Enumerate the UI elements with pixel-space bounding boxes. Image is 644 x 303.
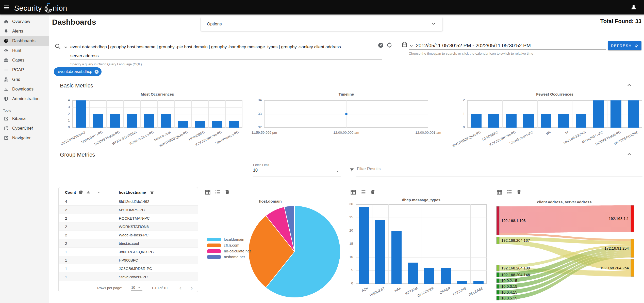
- timerange-input[interactable]: 2012/05/11 05:30:52 PM - 2022/05/11 05:3…: [416, 43, 531, 49]
- list-view-icon[interactable]: [360, 189, 366, 195]
- sankey-node-10.0.4.15[interactable]: [497, 290, 499, 294]
- sort-desc-icon[interactable]: [97, 190, 101, 194]
- hostname-column-header[interactable]: host.hostname: [119, 190, 146, 194]
- bar-StevePowers-PC[interactable]: [523, 114, 534, 128]
- sankey-node-192.168.204.139[interactable]: [497, 265, 499, 271]
- legend-item-mshome.net[interactable]: mshome.net: [207, 254, 251, 260]
- table-row[interactable]: 2ROCKETMAN-PC: [59, 214, 198, 222]
- sidebar-item-alerts[interactable]: Alerts: [0, 26, 49, 36]
- count-column-header[interactable]: Count: [65, 190, 76, 194]
- bar-ACK[interactable]: [359, 207, 369, 284]
- search-input[interactable]: event.dataset:dhcp | groupby host.hostna…: [70, 42, 370, 60]
- bar-INFORM[interactable]: [408, 263, 418, 284]
- sankey-node-192.168.1.103[interactable]: [497, 206, 499, 235]
- table-row[interactable]: 2btest.is.cool: [59, 239, 198, 248]
- hunt-query-icon[interactable]: [386, 42, 392, 48]
- sankey-node-192.168.204.137[interactable]: [497, 237, 499, 244]
- data-point[interactable]: [345, 113, 348, 115]
- bar-MYHUMPS-PC[interactable]: [593, 100, 604, 128]
- table-row[interactable]: 138NTRGDFQKR-PC: [59, 248, 198, 256]
- trash-icon[interactable]: [370, 189, 376, 195]
- bar-HP900BFC[interactable]: [488, 114, 499, 128]
- bar-DECLINE[interactable]: [457, 281, 467, 284]
- bar-Wii[interactable]: [541, 114, 552, 128]
- sankey-node-192.168.204.146[interactable]: [497, 272, 499, 277]
- bar-ROCKETMAN-PC[interactable]: [110, 114, 120, 128]
- bar-bt[interactable]: [558, 114, 569, 128]
- sidebar-item-navigator[interactable]: Navigator: [0, 133, 49, 143]
- sidebar-item-administration[interactable]: Administration: [0, 94, 49, 104]
- basic-metrics-collapse-icon[interactable]: [626, 82, 633, 88]
- filter-results-input[interactable]: [356, 166, 637, 172]
- table-row[interactable]: 1StevePowers-PC: [59, 273, 198, 281]
- user-icon[interactable]: [630, 4, 637, 10]
- bar-WORKSTATION6[interactable]: [127, 114, 137, 128]
- bar-WORKSTATION6[interactable]: [628, 100, 639, 128]
- trash-icon[interactable]: [150, 190, 154, 195]
- sidebar-item-grid[interactable]: Grid: [0, 75, 49, 84]
- menu-icon[interactable]: [4, 4, 10, 10]
- sidebar-item-dashboards[interactable]: Dashboards: [0, 36, 49, 46]
- sankey-node-192.168.204.254[interactable]: [631, 259, 634, 277]
- table-row[interactable]: 1JC3GB6JRD3R-PC: [59, 264, 198, 273]
- bar-NAK[interactable]: [391, 231, 402, 284]
- sidebar-item-downloads[interactable]: Downloads: [0, 84, 49, 94]
- table-row[interactable]: 2Wade-is-boss-PC: [59, 231, 198, 239]
- fetch-limit-caret-icon[interactable]: [336, 169, 340, 173]
- bar-OFFER[interactable]: [441, 268, 451, 284]
- refresh-button[interactable]: REFRESH: [608, 41, 641, 50]
- legend-item-localdomain[interactable]: localdomain: [207, 236, 251, 242]
- sankey-node-10.0.3.15[interactable]: [497, 284, 499, 289]
- list-view-icon[interactable]: [214, 189, 221, 195]
- bar-MYHUMPS-PC[interactable]: [93, 114, 103, 128]
- pie-toggle-icon[interactable]: [78, 190, 83, 195]
- table-view-icon[interactable]: [350, 189, 356, 195]
- bar-sourcefi-399363[interactable]: [576, 114, 587, 128]
- bar-btest.is.cool[interactable]: [161, 114, 171, 128]
- bar-StevePowers-PC[interactable]: [229, 121, 239, 128]
- sankey-node-172.16.91.254[interactable]: [631, 239, 634, 257]
- table-view-icon[interactable]: [496, 189, 503, 195]
- trash-icon[interactable]: [516, 189, 522, 195]
- chip-remove-icon[interactable]: [94, 69, 99, 74]
- trash-icon[interactable]: [224, 189, 231, 195]
- bar-8fd12edd2dc1462[interactable]: [76, 100, 86, 128]
- bar-toggle-icon[interactable]: [86, 190, 91, 195]
- bar-JC3GB6JRD3R-PC[interactable]: [506, 114, 517, 128]
- date-chevron-icon[interactable]: [409, 44, 414, 48]
- group-metrics-collapse-icon[interactable]: [626, 151, 633, 158]
- bar-RELEASE[interactable]: [473, 281, 484, 284]
- list-view-icon[interactable]: [506, 189, 513, 195]
- query-history-chevron-icon[interactable]: [63, 45, 68, 50]
- sidebar-item-kibana[interactable]: Kibana: [0, 114, 49, 124]
- bar-Wade-is-boss-PC[interactable]: [144, 114, 154, 128]
- table-row[interactable]: 48fd12edd2dc1462: [59, 197, 198, 206]
- sidebar-item-pcap[interactable]: PCAP: [0, 65, 49, 75]
- legend-item-cfl.rr.com[interactable]: cfl.rr.com: [207, 242, 251, 248]
- sidebar-item-cyberchef[interactable]: CyberChef: [0, 124, 49, 133]
- rows-per-page-select[interactable]: 10: [131, 285, 142, 291]
- legend-item-no-calculate.net[interactable]: no-calculate.net: [207, 248, 251, 254]
- bar-DISCOVER[interactable]: [424, 268, 434, 284]
- sidebar-item-overview[interactable]: Overview: [0, 17, 49, 26]
- sankey-node-10.0.5.15[interactable]: [497, 296, 499, 300]
- sankey-node-192.168.1.1[interactable]: [631, 205, 634, 232]
- calendar-icon[interactable]: [401, 41, 408, 48]
- filter-chip[interactable]: event.dataset:dhcp: [54, 67, 102, 76]
- table-row[interactable]: 1HP900BFC: [59, 256, 198, 264]
- options-dropdown[interactable]: Options: [201, 17, 442, 31]
- table-row[interactable]: 2MYHUMPS-PC: [59, 206, 198, 214]
- bar-38NTRGDFQKR-PC[interactable]: [178, 121, 188, 128]
- sidebar-item-cases[interactable]: Cases: [0, 55, 49, 65]
- sidebar-item-hunt[interactable]: Hunt: [0, 46, 49, 55]
- bar-38NTRGDFQKR-PC[interactable]: [471, 114, 482, 128]
- fetch-limit-select[interactable]: 10: [253, 168, 258, 173]
- bar-HP900BFC[interactable]: [195, 121, 205, 128]
- clear-query-icon[interactable]: [378, 42, 384, 48]
- bar-ROCKETMAN-PC[interactable]: [610, 100, 621, 128]
- next-page-icon[interactable]: ›: [190, 285, 193, 291]
- bar-REQUEST[interactable]: [375, 220, 385, 284]
- sankey-node-10.0.2.15[interactable]: [497, 279, 499, 283]
- prev-page-icon[interactable]: ‹: [179, 285, 182, 291]
- table-row[interactable]: 2WORKSTATION6: [59, 222, 198, 231]
